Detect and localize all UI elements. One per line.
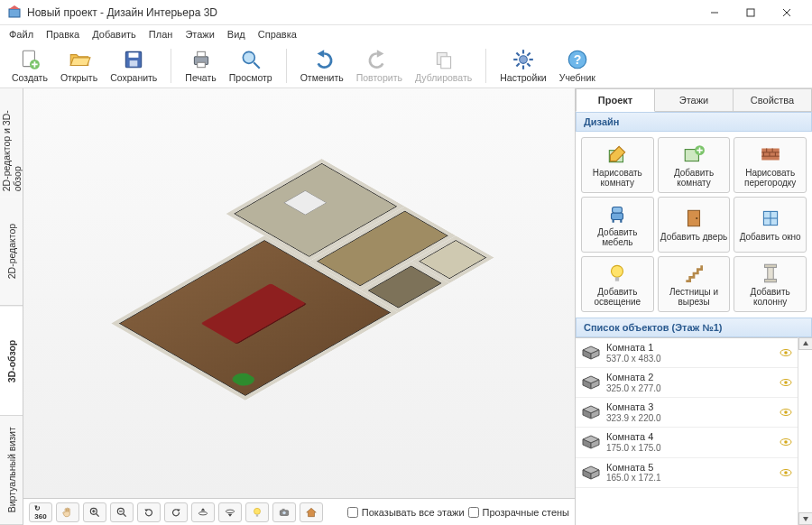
menu-вид[interactable]: Вид	[222, 27, 251, 41]
svg-point-66	[696, 217, 697, 219]
viewport-tilt-down-button[interactable]	[218, 502, 242, 522]
svg-marker-49	[307, 508, 317, 516]
add-light-button[interactable]: Добавить освещение	[581, 256, 654, 312]
menu-этажи[interactable]: Этажи	[180, 27, 219, 41]
room-icon	[581, 345, 601, 361]
column-icon	[759, 262, 782, 285]
svg-marker-101	[803, 517, 808, 521]
main-toolbar: СоздатьОткрытьСохранитьПечатьПросмотрОтм…	[0, 43, 812, 88]
room-icon	[581, 374, 601, 391]
visibility-toggle[interactable]	[780, 436, 792, 448]
3d-viewport[interactable]	[23, 88, 575, 498]
view-tabs: 2D-редактор и 3D-обзор2D-редактор3D-обзо…	[0, 88, 23, 525]
add-room-icon	[682, 143, 706, 166]
svg-rect-12	[197, 51, 205, 56]
object-item[interactable]: Комната 4175.0 x 175.0	[576, 428, 798, 457]
add-furn-button[interactable]: Добавить мебель	[581, 197, 654, 253]
undo-icon	[310, 48, 334, 71]
add-door-button[interactable]: Добавить дверь	[658, 197, 731, 253]
svg-line-32	[97, 513, 99, 516]
add-room-button[interactable]: Добавить комнату	[658, 137, 731, 193]
viewport-tilt-up-button[interactable]	[191, 502, 215, 522]
menu-файл[interactable]: Файл	[4, 27, 39, 41]
open-button[interactable]: Открыть	[56, 45, 102, 86]
menu-правка[interactable]: Правка	[41, 27, 85, 41]
svg-line-27	[516, 63, 519, 66]
viewport-home-button[interactable]	[300, 502, 323, 522]
svg-marker-16	[317, 50, 324, 58]
svg-rect-3	[747, 9, 754, 16]
draw-room-button[interactable]: Нарисовать комнату	[581, 137, 654, 193]
canvas-area: ↻360Показывать все этажиПрозрачные стены	[23, 88, 576, 525]
undo-button[interactable]: Отменить	[296, 45, 348, 86]
menu-справка[interactable]: Справка	[253, 27, 302, 41]
draw-wall-button[interactable]: Нарисовать перегородку	[734, 137, 807, 193]
redo-icon	[367, 48, 391, 71]
pencil-room-icon	[605, 143, 629, 166]
svg-point-44	[254, 508, 261, 514]
visibility-toggle[interactable]	[780, 466, 792, 479]
close-button[interactable]	[769, 0, 805, 25]
svg-marker-1	[9, 5, 20, 9]
title-bar: Новый проект - Дизайн Интерьера 3D	[0, 0, 812, 25]
visibility-toggle[interactable]	[780, 346, 792, 359]
viewport-rotate-ccw-button[interactable]	[137, 502, 161, 522]
svg-rect-65	[687, 211, 699, 226]
preview-button[interactable]: Просмотр	[225, 45, 277, 86]
add-window-button[interactable]: Добавить окно	[734, 197, 807, 253]
visibility-toggle[interactable]	[780, 376, 792, 389]
objects-section-header: Список объектов (Этаж №1)	[576, 318, 812, 337]
gear-icon	[512, 48, 535, 71]
menu-план[interactable]: План	[143, 27, 179, 41]
settings-button[interactable]: Настройки	[495, 45, 551, 86]
object-item[interactable]: Комната 1537.0 x 483.0	[576, 338, 798, 368]
save-button[interactable]: Сохранить	[106, 45, 161, 86]
viewport-zoom-out-button[interactable]	[110, 502, 134, 522]
viewport-zoom-in-button[interactable]	[83, 502, 106, 522]
side-tab-combo[interactable]: 2D-редактор и 3D-обзор	[0, 88, 23, 197]
create-button[interactable]: Создать	[7, 45, 52, 86]
object-list[interactable]: Комната 1537.0 x 483.0 Комната 2325.0 x …	[576, 337, 798, 525]
viewport-rotate-cw-button[interactable]	[164, 502, 188, 522]
right-tab-floors[interactable]: Этажи	[655, 88, 734, 112]
svg-rect-53	[761, 148, 780, 160]
svg-point-47	[282, 511, 286, 514]
maximize-button[interactable]	[733, 0, 769, 25]
side-tab-vr[interactable]: Виртуальный визит	[0, 416, 23, 525]
printer-icon	[189, 48, 213, 71]
right-tab-props[interactable]: Свойства	[734, 88, 812, 112]
print-button[interactable]: Печать	[180, 45, 220, 86]
svg-marker-38	[144, 509, 148, 511]
svg-point-79	[784, 351, 788, 355]
minimize-button[interactable]	[697, 0, 733, 25]
window-icon	[759, 207, 782, 230]
chair-icon	[605, 202, 629, 226]
magnifier-icon	[239, 48, 263, 71]
scroll-up-button[interactable]	[798, 337, 812, 350]
right-panel: ПроектЭтажиСвойства Дизайн Нарисовать ко…	[576, 88, 812, 525]
viewport-snapshot-button[interactable]	[272, 502, 296, 522]
viewport-light-button[interactable]	[245, 502, 269, 522]
stairs-button[interactable]: Лестницы и вырезы	[658, 256, 731, 312]
svg-line-26	[527, 63, 530, 66]
right-tab-project[interactable]: Проект	[576, 88, 655, 112]
transparent-walls-checkbox[interactable]: Прозрачные стены	[468, 507, 569, 518]
object-item[interactable]: Комната 2325.0 x 277.0	[576, 368, 798, 398]
object-item[interactable]: Комната 3323.9 x 220.0	[576, 398, 798, 428]
design-section-header: Дизайн	[576, 112, 812, 132]
object-item[interactable]: Комната 5165.0 x 172.1	[576, 458, 798, 488]
side-tab-2d[interactable]: 2D-редактор	[0, 197, 23, 306]
svg-marker-39	[177, 509, 180, 511]
viewport-rot360-button[interactable]: ↻360	[29, 502, 52, 522]
duplicate-icon	[432, 48, 456, 71]
column-button[interactable]: Добавить колонну	[734, 256, 807, 312]
tutorial-button[interactable]: ?Учебник	[555, 45, 600, 86]
viewport-pan-button[interactable]	[56, 502, 79, 522]
menu-добавить[interactable]: Добавить	[87, 27, 142, 41]
side-tab-3d[interactable]: 3D-обзор	[0, 307, 23, 416]
scroll-down-button[interactable]	[798, 512, 812, 525]
svg-marker-17	[377, 50, 384, 58]
visibility-toggle[interactable]	[780, 406, 792, 419]
bulb-icon	[605, 262, 629, 285]
show-all-floors-checkbox[interactable]: Показывать все этажи	[347, 507, 465, 518]
